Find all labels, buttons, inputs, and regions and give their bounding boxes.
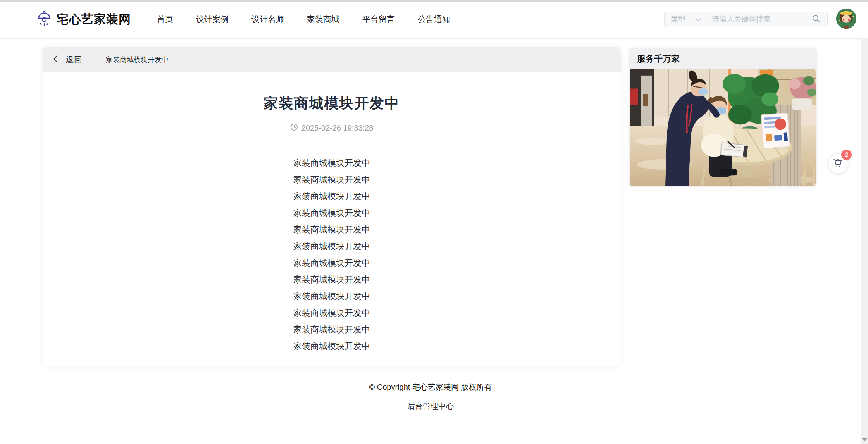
nav-item[interactable]: 家装商城 [307,14,339,25]
article-timestamp: 2025-02-26 19:33:28 [301,124,374,133]
copyright-text: © Copyright 宅心艺家装网 版权所有 [0,382,861,392]
scroll-down-arrow-icon[interactable] [862,438,867,441]
admin-center-link[interactable]: 后台管理中心 [407,401,454,411]
article-body: 家装商城模块开发中家装商城模块开发中家装商城模块开发中家装商城模块开发中家装商城… [43,155,621,355]
back-arrow-icon [53,55,62,64]
brand-logo[interactable]: 宅心艺家装网 [37,0,131,39]
user-avatar[interactable] [836,9,856,29]
footer: © Copyright 宅心艺家装网 版权所有 后台管理中心 [0,382,861,411]
nav-item[interactable]: 平台留言 [362,14,395,25]
back-button[interactable]: 返回 [53,54,82,65]
window-top-edge [0,0,868,2]
article-line: 家装商城模块开发中 [43,255,621,271]
service-card: 服务千万家 [629,48,817,187]
article-line: 家装商城模块开发中 [43,271,621,288]
cart-icon [833,157,844,170]
article-line: 家装商城模块开发中 [43,221,621,238]
nav-item[interactable]: 公告通知 [418,14,450,25]
article-line: 家装商城模块开发中 [43,321,621,338]
nav-item[interactable]: 设计名师 [251,14,284,25]
clock-icon [290,123,298,133]
lamp-logo-icon [37,11,51,28]
cart-button[interactable]: 2 [828,153,848,174]
search-icon [812,14,820,24]
brand-name: 宅心艺家装网 [57,11,131,28]
main-nav: 首页设计案例设计名师家装商城平台留言公告通知 [157,0,450,39]
vertical-scrollbar[interactable] [861,39,868,444]
article-line: 家装商城模块开发中 [43,238,621,255]
search-bar: 类型 [664,12,828,27]
type-select-label: 类型 [671,14,685,24]
article-line: 家装商城模块开发中 [43,155,621,171]
breadcrumb-current: 家装商城模块开发中 [106,55,169,64]
article-card: 返回 家装商城模块开发中 家装商城模块开发中 2025-02-26 19:33:… [43,47,621,366]
search-input[interactable] [706,12,804,27]
article-time-row: 2025-02-26 19:33:28 [43,123,621,133]
service-photo [630,69,816,186]
article-line: 家装商城模块开发中 [43,288,621,305]
back-label: 返回 [66,54,82,65]
type-select[interactable]: 类型 [665,12,706,27]
article-line: 家装商城模块开发中 [43,171,621,188]
article-line: 家装商城模块开发中 [43,205,621,221]
article-line: 家装商城模块开发中 [43,338,621,355]
nav-item[interactable]: 设计案例 [196,14,229,25]
breadcrumb-divider [94,55,94,64]
article-title: 家装商城模块开发中 [43,94,621,113]
service-card-title: 服务千万家 [637,53,680,65]
article-line: 家装商城模块开发中 [43,305,621,321]
search-button[interactable] [804,12,827,27]
article-line: 家装商城模块开发中 [43,188,621,205]
cart-badge: 2 [841,150,852,160]
search-input-wrap [706,12,804,27]
nav-item[interactable]: 首页 [157,14,173,25]
header: 宅心艺家装网 首页设计案例设计名师家装商城平台留言公告通知 类型 [0,0,868,39]
chevron-down-icon [695,15,701,24]
breadcrumb: 返回 家装商城模块开发中 [43,47,621,72]
